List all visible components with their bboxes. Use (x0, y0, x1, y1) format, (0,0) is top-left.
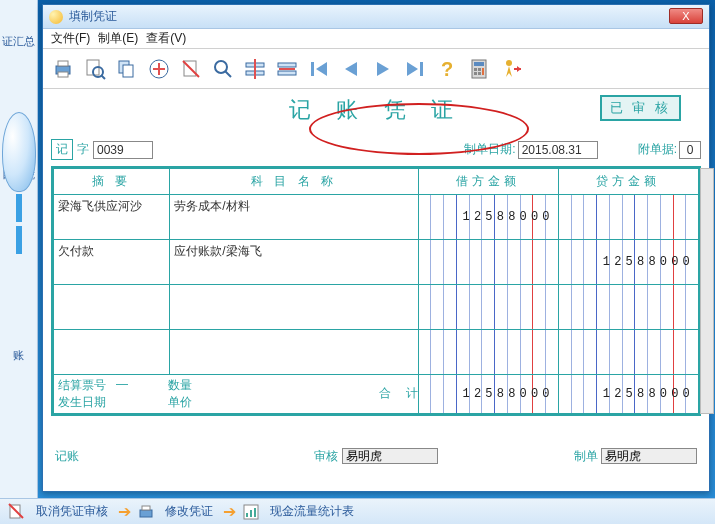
left-item-1[interactable]: 证汇总 (0, 30, 37, 53)
prev-icon[interactable] (337, 55, 365, 83)
cancel-audit-label[interactable]: 取消凭证审核 (36, 503, 108, 520)
auditor-input[interactable] (342, 448, 438, 464)
preview-icon[interactable] (81, 55, 109, 83)
credit-total-cell: 12588000 (558, 375, 698, 414)
cashflow-icon[interactable] (242, 503, 260, 521)
svg-marker-22 (316, 62, 327, 76)
footer-left-cell: 结算票号—数量 发生日期单价 (54, 375, 419, 414)
bottom-bar: 记账 审核 制单 (43, 445, 709, 467)
first-icon[interactable] (305, 55, 333, 83)
table-row[interactable] (54, 330, 699, 375)
audit-label: 审核 (314, 448, 338, 465)
arrow-icon-2: ➔ (223, 502, 232, 521)
insert-row-icon[interactable] (241, 55, 269, 83)
summary-cell[interactable]: 欠付款 (54, 240, 170, 285)
titlebar[interactable]: 填制凭证 X (43, 5, 709, 29)
debit-cell[interactable] (418, 240, 558, 285)
svg-rect-34 (478, 72, 481, 75)
vertical-scrollbar[interactable] (700, 168, 714, 414)
svg-rect-1 (58, 61, 68, 66)
svg-rect-30 (474, 68, 477, 71)
subject-cell[interactable] (170, 285, 418, 330)
svg-rect-18 (278, 63, 296, 67)
cashflow-label[interactable]: 现金流量统计表 (270, 503, 354, 520)
find-icon[interactable] (209, 55, 237, 83)
svg-rect-41 (142, 506, 150, 510)
attachment-label: 附单据: (638, 141, 677, 158)
voucher-number-input[interactable] (93, 141, 153, 159)
debit-cell[interactable] (418, 330, 558, 375)
content-area: 记 账 凭 证 已 审 核 记 字 制单日期: 附单据: 摘 要 科 (43, 89, 709, 469)
ticket-value: — (116, 377, 128, 394)
table-row[interactable]: 欠付款应付账款/梁海飞12588000 (54, 240, 699, 285)
close-button[interactable]: X (669, 8, 703, 24)
exit-icon[interactable] (497, 55, 525, 83)
add-icon[interactable] (145, 55, 173, 83)
subject-cell[interactable] (170, 330, 418, 375)
svg-line-14 (225, 71, 231, 77)
credit-cell[interactable] (558, 330, 698, 375)
menu-make[interactable]: 制单(E) (98, 30, 138, 47)
status-bar: 取消凭证审核 ➔ 修改凭证 ➔ 现金流量统计表 (0, 498, 715, 524)
calculator-icon[interactable] (465, 55, 493, 83)
date-input[interactable] (518, 141, 598, 159)
copy-icon[interactable] (113, 55, 141, 83)
summary-cell[interactable] (54, 285, 170, 330)
delete-icon[interactable] (177, 55, 205, 83)
last-icon[interactable] (401, 55, 429, 83)
post-label: 记账 (55, 448, 79, 465)
next-icon[interactable] (369, 55, 397, 83)
svg-rect-31 (478, 68, 481, 71)
dash-2 (16, 226, 22, 254)
table-row[interactable] (54, 285, 699, 330)
debit-cell[interactable]: 12588000 (418, 195, 558, 240)
credit-cell[interactable] (558, 285, 698, 330)
svg-rect-2 (58, 72, 68, 77)
subject-cell[interactable]: 劳务成本/材料 (170, 195, 418, 240)
svg-marker-25 (407, 62, 418, 76)
qty-label: 数量 (168, 377, 192, 394)
svg-text:?: ? (441, 58, 453, 80)
delete-row-icon[interactable] (273, 55, 301, 83)
header-credit: 贷方金额 (558, 169, 698, 195)
svg-rect-29 (474, 62, 484, 66)
table-header-row: 摘 要 科 目 名 称 借方金额 贷方金额 (54, 169, 699, 195)
price-label: 单价 (168, 394, 192, 411)
svg-rect-21 (311, 62, 314, 76)
summary-cell[interactable] (54, 330, 170, 375)
summary-cell[interactable]: 梁海飞供应河沙 (54, 195, 170, 240)
voucher-window: 填制凭证 X 文件(F) 制单(E) 查看(V) ? 记 账 凭 证 已 审 核… (42, 4, 710, 492)
maker-input[interactable] (601, 448, 697, 464)
header-summary: 摘 要 (54, 169, 170, 195)
left-item-3[interactable]: 账 (0, 344, 37, 367)
arrow-icon: ➔ (118, 502, 127, 521)
debit-total: 12588000 (463, 387, 554, 401)
date-label: 制单日期: (464, 141, 515, 158)
cancel-audit-icon[interactable] (8, 503, 26, 521)
ticket-label: 结算票号 (58, 377, 116, 394)
menu-view[interactable]: 查看(V) (146, 30, 186, 47)
debit-cell[interactable] (418, 285, 558, 330)
help-icon[interactable]: ? (433, 55, 461, 83)
voucher-header-row: 记 字 制单日期: 附单据: (51, 139, 701, 160)
modify-label[interactable]: 修改凭证 (165, 503, 213, 520)
glossy-orb (2, 112, 36, 192)
voucher-type[interactable]: 记 (51, 139, 73, 160)
zi-label: 字 (77, 141, 89, 158)
credit-cell[interactable]: 12588000 (558, 240, 698, 285)
credit-cell[interactable] (558, 195, 698, 240)
svg-rect-7 (123, 65, 133, 77)
table-row[interactable]: 梁海飞供应河沙劳务成本/材料12588000 (54, 195, 699, 240)
print-icon[interactable] (49, 55, 77, 83)
svg-rect-45 (254, 508, 256, 517)
svg-rect-44 (250, 510, 252, 517)
svg-point-35 (506, 60, 512, 66)
svg-rect-26 (420, 62, 423, 76)
modify-icon[interactable] (137, 503, 155, 521)
svg-rect-33 (474, 72, 477, 75)
subject-cell[interactable]: 应付账款/梁海飞 (170, 240, 418, 285)
svg-marker-24 (377, 62, 389, 76)
attachment-input[interactable] (679, 141, 701, 159)
header-subject: 科 目 名 称 (170, 169, 418, 195)
menu-file[interactable]: 文件(F) (51, 30, 90, 47)
